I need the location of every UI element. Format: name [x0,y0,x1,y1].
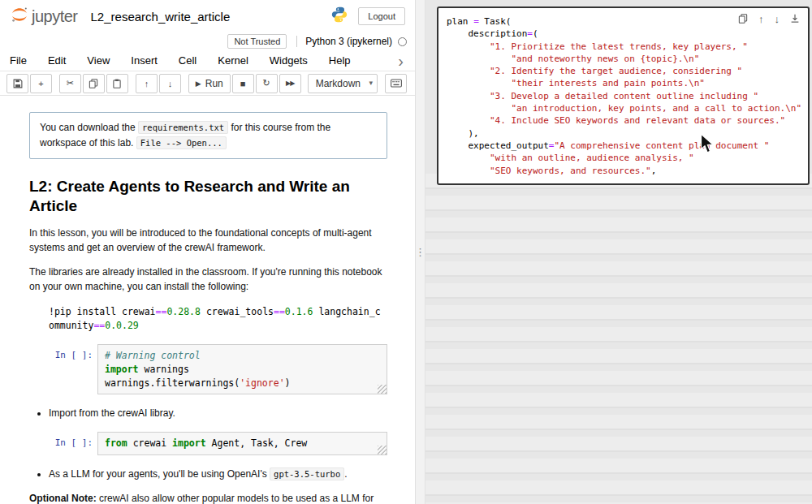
restart-run-all-button[interactable]: ▶▶ [279,74,301,93]
menu-insert[interactable]: Insert [131,54,158,67]
code-line: ommunity==0.0.29 [49,319,387,333]
menu-cell[interactable]: Cell [179,54,197,67]
move-cell-down-button[interactable]: ↓ [159,74,181,93]
cell-input[interactable]: from crewai import Agent, Task, Crew [97,432,387,455]
menu-edit[interactable]: Edit [48,54,66,67]
code-snippet-panel: ↑ ↓ plan = Task( description=( "1. Prior… [437,6,810,185]
code-line: warnings.filterwarnings('ignore') [105,377,380,390]
cell-code: # Warning controlimport warningswarnings… [105,349,380,390]
header-right: Logout [330,6,405,27]
app-root: jupyter L2_research_write_article Logout… [0,0,812,504]
jupyter-logo[interactable]: jupyter [10,5,78,28]
paste-cell-button[interactable] [106,74,128,93]
download-icon[interactable] [790,14,800,25]
list-text: As a LLM for your agents, you'll be usin… [49,468,270,480]
fast-forward-icon: ▶▶ [286,80,294,87]
code-line: "2. Identify the target audience, consid… [447,65,803,77]
interrupt-kernel-button[interactable]: ■ [232,74,254,93]
code-line: import warnings [105,363,380,377]
video-background [425,174,812,504]
mouse-cursor [700,133,715,157]
install-paragraph: The libraries are already installed in t… [29,265,387,294]
copy-cell-button[interactable] [83,74,105,93]
inline-code-gpt: gpt-3.5-turbo [270,467,344,480]
code-line: expected_output="A comprehensive content… [447,140,803,152]
lesson-heading: L2: Create Agents to Research and Write … [29,177,387,216]
list-item-import-crewai: Import from the crewAI libray. [49,406,387,420]
notebook-title[interactable]: L2_research_write_article [91,10,231,24]
chevron-right-icon[interactable]: › [398,50,404,71]
code-line: description=( [447,28,803,40]
notebook-pane: jupyter L2_research_write_article Logout… [0,0,416,504]
code-line: "their interests and pain points.\n" [447,77,803,89]
bullet-list: As a LLM for your agents, you'll be usin… [34,467,387,481]
code-line: "an introduction, key points, and a call… [447,102,803,114]
kernel-indicator-group: Python 3 (ipykernel) [296,36,407,47]
command-palette-button[interactable] [385,74,407,93]
info-text: You can download the [40,122,138,133]
cell-input[interactable]: # Warning controlimport warningswarnings… [97,344,387,394]
restart-kernel-button[interactable]: ↻ [256,74,278,93]
caret-down-icon: ▾ [369,79,374,87]
move-cell-up-button[interactable]: ↑ [136,74,158,93]
code-line: "1. Prioritize the latest trends, key pl… [447,41,803,53]
code-cell-warning-control[interactable]: In [ ]: # Warning controlimport warnings… [29,344,387,394]
code-line: "SEO keywords, and resources.", [447,165,803,177]
copy-icon[interactable] [738,14,748,25]
code-cell-imports[interactable]: In [ ]: from crewai import Agent, Task, … [29,432,387,455]
list-item-llm: As a LLM for your agents, you'll be usin… [49,467,387,481]
cell-prompt: In [ ]: [29,344,97,360]
jupyter-logo-text: jupyter [32,7,78,26]
list-text: . [344,468,347,480]
logout-button[interactable]: Logout [358,7,405,25]
menu-kernel[interactable]: Kernel [218,54,248,67]
menu-help[interactable]: Help [329,54,351,67]
code-line: ), [447,127,803,140]
code-line: "with an outline, audience analysis, " [447,152,803,164]
pane-divider[interactable]: ⋮ [416,0,425,504]
status-row: Not Trusted Python 3 (ipykernel) [0,32,415,50]
menu-view[interactable]: View [87,54,110,67]
menubar: File Edit View Insert Cell Kernel Widget… [0,50,415,71]
menu-file[interactable]: File [10,54,27,67]
code-line: # Warning control [105,349,380,363]
optional-note: Optional Note: crewAI also allow other p… [29,491,387,504]
notebook-toolbar: + ✂ ↑ ↓ ▶ Run ■ ↻ ▶▶ Markdown ▾ [0,71,415,96]
run-button[interactable]: ▶ Run [188,74,231,93]
code-line: "4. Include SEO keywords and relevant da… [447,114,803,127]
info-box: You can download the requirements.txt fo… [29,112,387,159]
note-label: Optional Note: [29,493,97,504]
bullet-list: Import from the crewAI libray. [34,406,387,420]
resize-handle[interactable] [378,446,387,454]
notebook-header: jupyter L2_research_write_article Logout [0,0,415,32]
kernel-name: Python 3 (ipykernel) [305,36,392,47]
pip-install-code: !pip install crewai==0.28.8 crewai_tools… [49,305,387,334]
trust-status-badge[interactable]: Not Trusted [227,34,287,49]
resize-handle[interactable] [378,385,387,394]
jupyter-logo-icon [10,5,29,28]
divider-handle-icon: ⋮ [415,246,425,258]
run-label: Run [205,78,223,89]
code-line: !pip install crewai==0.28.8 crewai_tools… [49,305,387,319]
play-icon: ▶ [196,80,201,88]
inline-code-requirements: requirements.txt [138,121,228,134]
cut-cell-button[interactable]: ✂ [59,74,81,93]
python-logo-icon [330,6,348,27]
intro-paragraph: In this lesson, you will be introduced t… [29,226,387,255]
video-pane: ↑ ↓ plan = Task( description=( "1. Prior… [425,0,812,504]
add-cell-button[interactable]: + [30,74,52,93]
save-button[interactable] [6,74,28,93]
code-line: "3. Develop a detailed content outline i… [447,90,803,102]
panel-toolbar: ↑ ↓ [738,14,800,25]
cell-type-select[interactable]: Markdown ▾ [308,74,378,93]
arrow-down-icon[interactable]: ↓ [775,15,780,24]
cell-code: from crewai import Agent, Task, Crew [105,437,380,450]
arrow-up-icon[interactable]: ↑ [758,15,764,24]
kernel-status-icon [398,37,407,46]
code-line: "and noteworthy news on {topic}.\n" [447,53,803,65]
inline-code-file-open: File --> Open... [136,136,227,149]
code-line: from crewai import Agent, Task, Crew [105,437,380,450]
cell-prompt: In [ ]: [29,432,97,448]
code-snippet: plan = Task( description=( "1. Prioritiz… [447,15,803,177]
menu-widgets[interactable]: Widgets [270,54,308,67]
